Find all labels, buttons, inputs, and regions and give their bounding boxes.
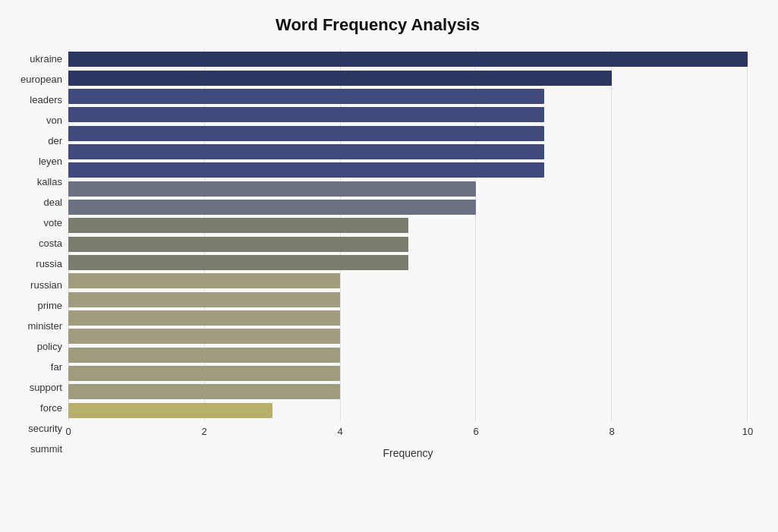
y-label: summit (30, 439, 62, 459)
x-tick: 10 (740, 426, 755, 437)
bar (68, 384, 340, 399)
y-label: force (40, 398, 62, 418)
bar (68, 107, 544, 122)
bar (68, 403, 272, 418)
bar-row (68, 50, 748, 68)
y-label: kallas (37, 172, 62, 192)
y-label: costa (39, 233, 62, 253)
y-label: support (30, 377, 62, 398)
bar (68, 52, 748, 67)
bar-row (68, 309, 748, 327)
chart-area: ukraineeuropeanleadersvonderleyenkallasd… (8, 49, 748, 459)
y-label: far (51, 357, 62, 377)
bar-row (68, 346, 748, 364)
y-axis: ukraineeuropeanleadersvonderleyenkallasd… (8, 49, 68, 459)
y-label: security (28, 418, 62, 439)
bar-row (68, 327, 748, 345)
bar (68, 181, 476, 197)
y-label: vote (43, 212, 62, 233)
bar-row (68, 87, 748, 105)
bar-row (68, 124, 748, 142)
x-axis: 0246810 (68, 426, 748, 441)
y-label: russia (36, 253, 62, 274)
bar (68, 348, 340, 363)
bar (68, 329, 340, 344)
bar (68, 71, 612, 86)
y-label: leaders (30, 90, 62, 110)
x-tick: 6 (468, 426, 483, 437)
x-tick: 2 (197, 426, 212, 437)
bar-row (68, 216, 748, 235)
bar (68, 366, 340, 381)
bars-and-grid: 0246810 Frequency (68, 49, 748, 459)
chart-title: Word Frequency Analysis (8, 15, 748, 35)
bar-row (68, 198, 748, 216)
bar-row (68, 235, 748, 253)
bar (68, 237, 408, 252)
bar-row (68, 290, 748, 308)
bar (68, 218, 408, 233)
bars-wrapper (68, 49, 748, 421)
bar-row (68, 143, 748, 161)
x-tick: 0 (61, 426, 76, 437)
y-label: minister (27, 316, 62, 336)
y-label: leyen (39, 151, 62, 172)
y-label: european (20, 69, 62, 90)
bar (68, 89, 544, 104)
y-label: deal (43, 192, 62, 212)
y-label: prime (37, 295, 62, 316)
bar (68, 310, 340, 326)
x-axis-label: Frequency (68, 447, 748, 459)
chart-container: Word Frequency Analysis ukraineeuropeanl… (0, 0, 778, 532)
bar-row (68, 253, 748, 272)
bar (68, 255, 408, 270)
bar (68, 273, 340, 288)
x-tick: 4 (332, 426, 348, 437)
bar (68, 144, 544, 159)
bar (68, 292, 340, 307)
bar-row (68, 161, 748, 179)
x-tick-container: 0246810 (68, 426, 748, 441)
y-label: ukraine (30, 49, 62, 69)
y-label: policy (37, 336, 62, 357)
x-tick: 8 (604, 426, 619, 437)
bar-row (68, 401, 748, 420)
bar-row (68, 382, 748, 401)
bar (68, 200, 476, 215)
bar (68, 126, 544, 141)
y-label: von (46, 110, 62, 131)
grid-and-bars (68, 49, 748, 421)
bar-row (68, 364, 748, 382)
bar (68, 162, 544, 178)
bar-row (68, 272, 748, 290)
y-label: der (48, 131, 62, 151)
bar-row (68, 105, 748, 124)
bar-row (68, 68, 748, 87)
bar-row (68, 179, 748, 197)
y-label: russian (30, 275, 62, 295)
